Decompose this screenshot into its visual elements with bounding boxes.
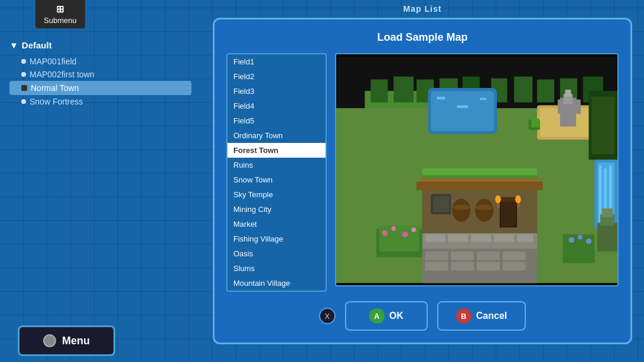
svg-rect-52: [425, 234, 445, 242]
svg-rect-28: [531, 119, 539, 128]
menu-circle-icon: [43, 334, 56, 347]
sidebar-item-label: Snow Fortress: [30, 97, 83, 106]
svg-rect-54: [471, 234, 491, 242]
svg-point-69: [402, 231, 408, 237]
menu-button[interactable]: Menu: [18, 325, 115, 356]
svg-rect-77: [451, 252, 474, 260]
modal-overlay: Load Sample Map Field1 Field2 Field3 Fie…: [201, 0, 644, 362]
cancel-badge: B: [456, 308, 471, 324]
ok-button[interactable]: A OK: [345, 301, 428, 331]
sidebar-item-snow[interactable]: Snow Fortress: [9, 95, 191, 108]
svg-rect-53: [448, 234, 468, 242]
ok-badge: A: [369, 308, 385, 324]
svg-point-73: [578, 235, 583, 240]
bullet-icon: [21, 85, 27, 91]
cancel-label: Cancel: [476, 311, 507, 321]
list-item[interactable]: Field4: [227, 99, 326, 113]
svg-point-67: [382, 230, 388, 236]
list-item[interactable]: Snow Town: [227, 172, 326, 187]
svg-point-47: [495, 195, 501, 204]
ok-label: OK: [389, 311, 404, 321]
svg-rect-24: [565, 90, 571, 97]
dialog-title: Load Sample Map: [226, 31, 619, 44]
svg-point-72: [568, 237, 574, 243]
sidebar-item-map002[interactable]: MAP002first town: [9, 68, 191, 81]
svg-rect-30: [591, 97, 614, 154]
sidebar-item-map001[interactable]: MAP001field: [9, 55, 191, 68]
svg-rect-35: [417, 181, 543, 190]
svg-rect-10: [514, 77, 532, 103]
sidebar-item-normal[interactable]: Normal Town: [9, 81, 191, 95]
list-item[interactable]: Slums: [227, 261, 326, 276]
sidebar-item-label: MAP002first town: [30, 70, 95, 79]
svg-rect-62: [597, 223, 617, 252]
list-item[interactable]: Ruins: [227, 158, 326, 172]
tree-header-label: Default: [22, 40, 52, 50]
svg-rect-4: [370, 80, 388, 103]
sidebar-item-label: MAP001field: [30, 57, 76, 66]
svg-rect-5: [393, 77, 414, 103]
list-item[interactable]: Fishing Village: [227, 231, 326, 246]
tree-header: ▼ Default: [9, 40, 191, 50]
svg-rect-43: [501, 200, 516, 227]
svg-rect-18: [457, 105, 468, 108]
svg-point-48: [515, 195, 521, 204]
tree-section: ▼ Default MAP001field MAP002first town N…: [9, 40, 191, 108]
dialog: Load Sample Map Field1 Field2 Field3 Fie…: [213, 18, 632, 344]
svg-rect-19: [480, 98, 487, 100]
svg-rect-26: [576, 100, 581, 114]
svg-rect-82: [477, 262, 500, 270]
list-item[interactable]: Sky Temple: [227, 187, 326, 202]
svg-rect-55: [494, 234, 514, 242]
dialog-body: Field1 Field2 Field3 Field4 Field5 Ordin…: [226, 53, 619, 292]
bullet-icon: [21, 72, 26, 77]
list-item[interactable]: Field3: [227, 84, 326, 99]
list-item[interactable]: Mountain Village: [227, 276, 326, 291]
svg-rect-25: [558, 100, 562, 114]
svg-rect-17: [437, 97, 445, 100]
svg-point-74: [586, 239, 592, 244]
svg-rect-81: [451, 262, 474, 270]
x-button[interactable]: X: [319, 308, 336, 324]
sidebar-item-label: Normal Town: [31, 83, 79, 93]
svg-rect-79: [503, 252, 526, 260]
svg-rect-78: [477, 252, 500, 260]
dialog-footer: X A OK B Cancel: [226, 301, 619, 331]
sidebar: ▼ Default MAP001field MAP002first town N…: [0, 0, 201, 362]
list-item[interactable]: Mining City: [227, 202, 326, 217]
map-preview-svg: [336, 54, 617, 285]
cancel-button[interactable]: B Cancel: [437, 301, 526, 331]
map-preview: [335, 53, 619, 286]
svg-rect-64: [602, 208, 613, 217]
svg-rect-56: [517, 234, 533, 242]
menu-label: Menu: [62, 335, 90, 347]
svg-rect-76: [425, 252, 448, 260]
svg-point-70: [411, 227, 416, 232]
list-item-selected[interactable]: Forest Town: [227, 143, 326, 158]
bullet-icon: [21, 99, 26, 104]
list-item[interactable]: Field2: [227, 69, 326, 84]
list-item[interactable]: Field1: [227, 54, 326, 69]
svg-point-39: [453, 204, 470, 210]
list-item[interactable]: Market: [227, 217, 326, 231]
svg-rect-37: [432, 196, 449, 213]
tree-collapse-icon[interactable]: ▼: [9, 40, 18, 50]
svg-rect-11: [537, 80, 554, 103]
svg-rect-80: [425, 262, 448, 270]
map-list: Field1 Field2 Field3 Field4 Field5 Ordin…: [227, 54, 326, 291]
svg-rect-44: [500, 197, 517, 202]
bullet-icon: [21, 59, 26, 64]
list-item[interactable]: Ordinary Town: [227, 128, 326, 143]
svg-rect-83: [503, 262, 526, 270]
map-list-container: Field1 Field2 Field3 Field4 Field5 Ordin…: [226, 53, 327, 292]
svg-rect-50: [422, 168, 537, 175]
svg-point-68: [391, 226, 396, 231]
list-item[interactable]: Field5: [227, 113, 326, 128]
svg-point-41: [476, 204, 493, 210]
list-item[interactable]: Oasis: [227, 246, 326, 261]
